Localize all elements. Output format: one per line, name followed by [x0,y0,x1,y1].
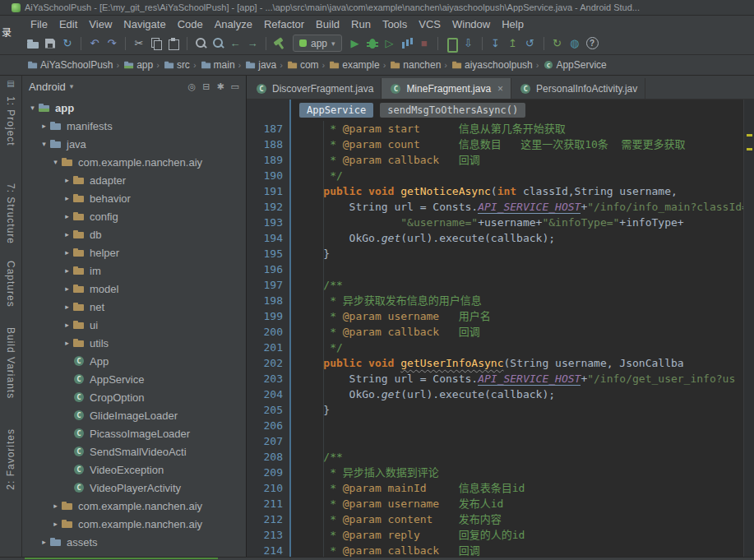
back-icon[interactable]: ← [227,35,243,52]
breadcrumb-src[interactable]: src [163,58,190,72]
profiler-icon[interactable] [399,35,415,52]
vcs-update-icon[interactable]: ↧ [488,35,504,52]
menu-tools[interactable]: Tools [377,17,413,31]
tree-item-assets[interactable]: ▸assets [22,533,246,551]
sdk-manager-icon[interactable]: ⇩ [460,35,477,52]
cut-icon[interactable]: ✂ [131,35,147,52]
help-icon[interactable]: ? [586,37,599,49]
tree-item-helper[interactable]: ▸helper [22,243,246,261]
menu-navigate[interactable]: Navigate [118,17,171,31]
tree-expand-icon[interactable]: ▸ [62,339,72,347]
menu-window[interactable]: Window [446,17,496,31]
tree-expand-icon[interactable]: ▸ [39,122,49,130]
vcs-commit-icon[interactable]: ↥ [505,35,521,52]
hide-panel-icon[interactable]: ▭ [231,81,239,92]
menu-run[interactable]: Run [345,17,377,31]
context-chip-sendmsgtoothersasync[interactable]: sendMsgToOthersAsync() [380,103,525,118]
tree-item-im[interactable]: ▸im [22,261,246,280]
tree-item-picassoimageloader[interactable]: PicassoImageLoader [22,424,246,442]
context-chip-appservice[interactable]: AppService [299,103,373,118]
tree-item-glideimageloader[interactable]: GlideImageLoader [22,406,246,424]
tree-expand-icon[interactable]: ▸ [39,538,49,546]
menu-vcs[interactable]: VCS [413,17,446,31]
globe-icon[interactable]: ◍ [567,35,583,52]
breadcrumb-appservice[interactable]: AppService [542,58,606,72]
tree-expand-icon[interactable]: ▸ [62,230,72,238]
tree-item-videoexception[interactable]: VideoException [22,460,246,479]
tree-item-cropoption[interactable]: CropOption [22,388,246,406]
tree-item-sendsmallvideoacti[interactable]: SendSmallVideoActi [22,442,246,460]
tree-item-appservice[interactable]: AppService [22,370,246,388]
tree-item-java[interactable]: ▾java [22,135,246,153]
undo-icon[interactable]: ↶ [86,35,103,52]
tree-expand-icon[interactable]: ▸ [50,502,61,510]
open-icon[interactable] [25,35,41,52]
breadcrumb-app[interactable]: app [123,58,153,72]
tree-item-net[interactable]: ▸net [22,298,246,316]
editor-tab-minefragment-java[interactable]: MineFragment.java× [382,78,511,99]
copy-icon[interactable] [148,35,164,52]
menu-refactor[interactable]: Refactor [258,17,310,31]
breadcrumb-com[interactable]: com [286,58,319,72]
tool-stripe-7-structure[interactable]: 7: Structure [5,183,16,244]
debug-icon[interactable] [364,35,381,52]
tree-item-com-example-nanchen-aiy[interactable]: ▸com.example.nanchen.aiy [22,497,246,515]
menu-edit[interactable]: Edit [53,17,83,31]
stop-icon[interactable]: ■ [416,35,433,52]
tree-expand-icon[interactable]: ▸ [62,248,72,257]
tree-item-app[interactable]: ▾app [22,99,246,117]
replace-icon[interactable] [210,35,226,52]
tree-expand-icon[interactable]: ▸ [62,266,72,275]
tree-expand-icon[interactable]: ▸ [62,303,72,311]
tree-item-config[interactable]: ▸config [22,207,246,225]
tree-item-utils[interactable]: ▸utils [22,334,246,352]
tool-stripe-build-variants[interactable]: Build Variants [5,327,16,399]
error-stripe[interactable] [743,100,754,557]
make-project-icon[interactable] [271,35,288,52]
breadcrumb-main[interactable]: main [200,58,235,72]
tree-expand-icon[interactable]: ▸ [62,194,72,202]
code-viewport[interactable]: AppServicesendMsgToOthersAsync() * @para… [291,100,743,557]
tool-stripe-captures[interactable]: Captures [5,261,16,308]
tree-collapse-icon[interactable]: ▾ [50,158,61,166]
tree-item-com-example-nanchen-aiy[interactable]: ▾com.example.nanchen.aiy [22,153,246,171]
locate-icon[interactable]: ◎ [188,81,197,92]
menu-help[interactable]: Help [496,17,530,31]
paste-icon[interactable] [165,35,182,52]
breadcrumb-example[interactable]: example [328,58,379,72]
tool-stripe-1-project[interactable]: 1: Project [5,96,16,146]
run-icon[interactable]: ▶ [347,35,363,52]
tool-windows-icon[interactable]: ▤ [7,79,14,88]
menu-code[interactable]: Code [172,17,209,31]
tree-item-adapter[interactable]: ▸adapter [22,171,246,189]
breadcrumb-aiyaschoolpush[interactable]: aiyaschoolpush [451,58,533,72]
breadcrumb-aiyaschoolpush[interactable]: AiYaSchoolPush [26,58,113,72]
code-area[interactable]: * @param start 信息从第几条开始获取 * @param count… [291,121,743,557]
vcs-revert-icon[interactable]: ↺ [522,35,539,52]
breadcrumb-java[interactable]: java [244,58,276,72]
tree-item-videoplayeractivity[interactable]: VideoPlayerActivity [22,479,246,497]
run-coverage-icon[interactable]: ▷ [382,35,398,52]
menu-build[interactable]: Build [310,17,345,31]
tree-collapse-icon[interactable]: ▾ [27,104,38,112]
collapse-all-icon[interactable]: ⊟ [202,81,210,92]
settings-gear-icon[interactable]: ✱ [216,81,224,92]
menu-view[interactable]: View [83,17,118,31]
tree-item-ui[interactable]: ▸ui [22,316,246,334]
project-view-selector[interactable]: Android ▾ [29,81,73,93]
close-tab-icon[interactable]: × [497,83,503,95]
tree-item-db[interactable]: ▸db [22,225,246,243]
menu-file[interactable]: File [25,17,53,31]
tree-item-com-example-nanchen-aiy[interactable]: ▸com.example.nanchen.aiy [22,515,246,533]
tool-stripe-2-favorites[interactable]: 2: Favorites [5,428,16,490]
tree-expand-icon[interactable]: ▸ [62,212,72,220]
tree-expand-icon[interactable]: ▸ [62,285,72,293]
forward-icon[interactable]: → [244,35,261,52]
sync-icon[interactable]: ↻ [59,35,76,52]
tree-expand-icon[interactable]: ▸ [62,321,72,329]
breadcrumb-nanchen[interactable]: nanchen [389,58,441,72]
editor-gutter[interactable]: 1871881891901911921931941951961971981992… [247,100,291,557]
gradle-sync-icon[interactable]: ↻ [549,35,566,52]
save-all-icon[interactable] [42,35,58,52]
tree-expand-icon[interactable]: ▸ [62,176,72,184]
